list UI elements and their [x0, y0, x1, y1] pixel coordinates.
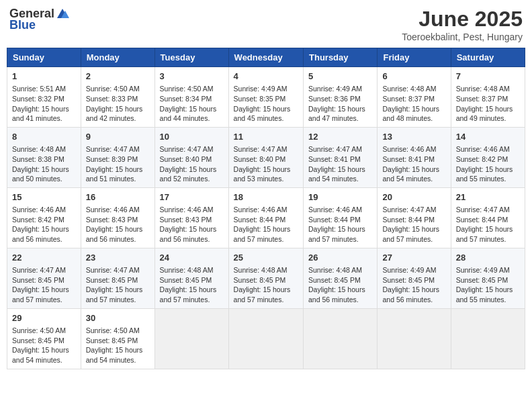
- table-cell: 17Sunrise: 4:46 AMSunset: 8:43 PMDayligh…: [154, 187, 228, 248]
- sunrise-text: Sunrise: 4:47 AM: [12, 265, 76, 275]
- sunrise-text: Sunrise: 5:51 AM: [12, 84, 76, 94]
- sunrise-text: Sunrise: 4:47 AM: [234, 144, 298, 154]
- table-cell: 29Sunrise: 4:50 AMSunset: 8:45 PMDayligh…: [7, 308, 81, 369]
- daylight-text: Daylight: 15 hours and 50 minutes.: [12, 165, 76, 184]
- sunrise-text: Sunrise: 4:46 AM: [308, 205, 372, 215]
- sunset-text: Sunset: 8:40 PM: [234, 154, 298, 165]
- sunrise-text: Sunrise: 4:47 AM: [86, 265, 150, 275]
- col-friday: Friday: [378, 48, 451, 67]
- table-cell: [378, 308, 451, 369]
- day-number: 18: [234, 191, 298, 203]
- day-number: 25: [234, 252, 298, 264]
- table-cell: 6Sunrise: 4:48 AMSunset: 8:37 PMDaylight…: [378, 67, 451, 128]
- daylight-text: Daylight: 15 hours and 57 minutes.: [234, 224, 298, 244]
- day-number: 1: [12, 71, 76, 83]
- sunset-text: Sunset: 8:45 PM: [12, 336, 76, 346]
- table-cell: 14Sunrise: 4:46 AMSunset: 8:42 PMDayligh…: [451, 127, 525, 187]
- day-number: 26: [308, 252, 372, 264]
- daylight-text: Daylight: 15 hours and 54 minutes.: [86, 345, 150, 365]
- daylight-text: Daylight: 15 hours and 48 minutes.: [382, 104, 445, 124]
- table-cell: 22Sunrise: 4:47 AMSunset: 8:45 PMDayligh…: [7, 248, 81, 308]
- day-number: 13: [382, 131, 445, 143]
- daylight-text: Daylight: 15 hours and 54 minutes.: [12, 345, 76, 365]
- table-cell: 11Sunrise: 4:47 AMSunset: 8:40 PMDayligh…: [228, 127, 303, 187]
- daylight-text: Daylight: 15 hours and 54 minutes.: [308, 165, 372, 184]
- col-wednesday: Wednesday: [228, 48, 303, 67]
- sunrise-text: Sunrise: 4:49 AM: [308, 84, 372, 94]
- sunrise-text: Sunrise: 4:46 AM: [12, 205, 76, 215]
- day-number: 6: [382, 71, 445, 83]
- day-number: 11: [234, 131, 298, 143]
- table-cell: 13Sunrise: 4:46 AMSunset: 8:41 PMDayligh…: [378, 127, 451, 187]
- daylight-text: Daylight: 15 hours and 57 minutes.: [308, 224, 372, 244]
- table-cell: 27Sunrise: 4:49 AMSunset: 8:45 PMDayligh…: [378, 248, 451, 308]
- sunrise-text: Sunrise: 4:48 AM: [12, 144, 76, 154]
- table-cell: 8Sunrise: 4:48 AMSunset: 8:38 PMDaylight…: [7, 127, 81, 187]
- sunset-text: Sunset: 8:45 PM: [12, 275, 76, 285]
- daylight-text: Daylight: 15 hours and 57 minutes.: [234, 285, 298, 304]
- logo: General Blue: [9, 7, 69, 32]
- daylight-text: Daylight: 15 hours and 42 minutes.: [86, 104, 150, 124]
- table-cell: 7Sunrise: 4:48 AMSunset: 8:37 PMDaylight…: [451, 67, 525, 128]
- daylight-text: Daylight: 15 hours and 56 minutes.: [308, 285, 372, 304]
- col-thursday: Thursday: [304, 48, 378, 67]
- day-number: 29: [12, 312, 76, 324]
- table-cell: 30Sunrise: 4:50 AMSunset: 8:45 PMDayligh…: [81, 308, 154, 369]
- sunset-text: Sunset: 8:37 PM: [456, 94, 520, 104]
- calendar-week-row: 1Sunrise: 5:51 AMSunset: 8:32 PMDaylight…: [7, 67, 525, 128]
- table-cell: 26Sunrise: 4:48 AMSunset: 8:45 PMDayligh…: [304, 248, 378, 308]
- sunset-text: Sunset: 8:45 PM: [86, 275, 150, 285]
- sunrise-text: Sunrise: 4:48 AM: [456, 84, 520, 94]
- calendar-week-row: 29Sunrise: 4:50 AMSunset: 8:45 PMDayligh…: [7, 308, 525, 369]
- sunrise-text: Sunrise: 4:47 AM: [456, 205, 520, 215]
- daylight-text: Daylight: 15 hours and 56 minutes.: [382, 285, 445, 304]
- day-number: 17: [160, 191, 224, 203]
- logo-icon: [56, 7, 69, 21]
- day-number: 16: [86, 191, 150, 203]
- day-number: 28: [456, 252, 520, 264]
- sunset-text: Sunset: 8:44 PM: [382, 215, 445, 225]
- day-number: 10: [160, 131, 224, 143]
- daylight-text: Daylight: 15 hours and 57 minutes.: [456, 224, 520, 244]
- table-cell: 5Sunrise: 4:49 AMSunset: 8:36 PMDaylight…: [304, 67, 378, 128]
- day-number: 3: [160, 71, 224, 83]
- table-cell: 1Sunrise: 5:51 AMSunset: 8:32 PMDaylight…: [7, 67, 81, 128]
- table-cell: 19Sunrise: 4:46 AMSunset: 8:44 PMDayligh…: [304, 187, 378, 248]
- table-cell: [451, 308, 525, 369]
- daylight-text: Daylight: 15 hours and 53 minutes.: [234, 165, 298, 184]
- sunset-text: Sunset: 8:43 PM: [86, 215, 150, 225]
- day-number: 7: [456, 71, 520, 83]
- daylight-text: Daylight: 15 hours and 57 minutes.: [86, 285, 150, 304]
- day-number: 27: [382, 252, 445, 264]
- day-number: 24: [160, 252, 224, 264]
- table-cell: 25Sunrise: 4:48 AMSunset: 8:45 PMDayligh…: [228, 248, 303, 308]
- sunrise-text: Sunrise: 4:48 AM: [234, 265, 298, 275]
- table-cell: 20Sunrise: 4:47 AMSunset: 8:44 PMDayligh…: [378, 187, 451, 248]
- table-cell: [154, 308, 228, 369]
- table-cell: 10Sunrise: 4:47 AMSunset: 8:40 PMDayligh…: [154, 127, 228, 187]
- sunset-text: Sunset: 8:39 PM: [86, 154, 150, 165]
- sunrise-text: Sunrise: 4:47 AM: [382, 205, 445, 215]
- day-number: 8: [12, 131, 76, 143]
- day-number: 21: [456, 191, 520, 203]
- day-number: 15: [12, 191, 76, 203]
- sunrise-text: Sunrise: 4:47 AM: [308, 144, 372, 154]
- table-cell: 9Sunrise: 4:47 AMSunset: 8:39 PMDaylight…: [81, 127, 154, 187]
- sunset-text: Sunset: 8:45 PM: [456, 275, 520, 285]
- sunset-text: Sunset: 8:41 PM: [382, 154, 445, 165]
- daylight-text: Daylight: 15 hours and 52 minutes.: [160, 165, 224, 184]
- sunset-text: Sunset: 8:44 PM: [456, 215, 520, 225]
- col-monday: Monday: [81, 48, 154, 67]
- table-cell: 12Sunrise: 4:47 AMSunset: 8:41 PMDayligh…: [304, 127, 378, 187]
- table-cell: [304, 308, 378, 369]
- col-saturday: Saturday: [451, 48, 525, 67]
- sunrise-text: Sunrise: 4:48 AM: [160, 265, 224, 275]
- sunrise-text: Sunrise: 4:48 AM: [308, 265, 372, 275]
- daylight-text: Daylight: 15 hours and 49 minutes.: [456, 104, 520, 124]
- daylight-text: Daylight: 15 hours and 55 minutes.: [456, 285, 520, 304]
- sunrise-text: Sunrise: 4:47 AM: [86, 144, 150, 154]
- daylight-text: Daylight: 15 hours and 54 minutes.: [382, 165, 445, 184]
- day-number: 23: [86, 252, 150, 264]
- table-cell: 4Sunrise: 4:49 AMSunset: 8:35 PMDaylight…: [228, 67, 303, 128]
- daylight-text: Daylight: 15 hours and 55 minutes.: [456, 165, 520, 184]
